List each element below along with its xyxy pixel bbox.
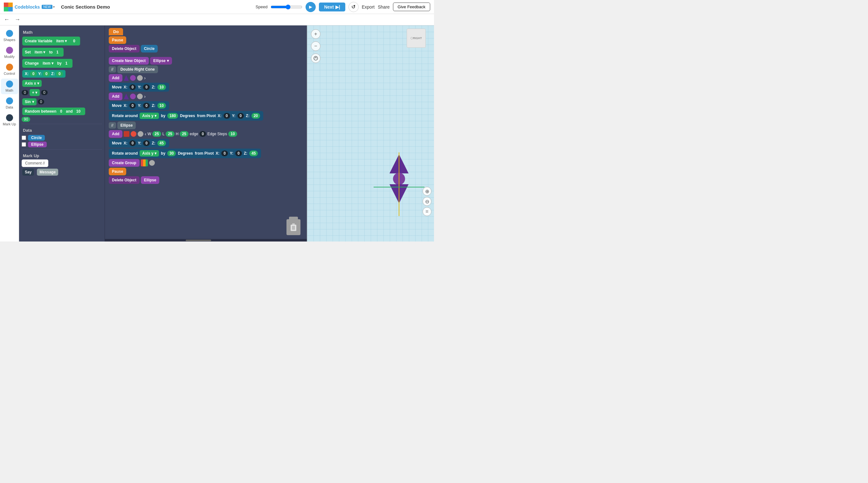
- move3-y: 0: [143, 140, 150, 146]
- ellipse-dropdown-block[interactable]: Ellipse ▾: [150, 57, 172, 64]
- set-block[interactable]: Set item ▾ to 1: [22, 48, 64, 57]
- delete-object2-block[interactable]: Delete Object: [109, 176, 140, 184]
- sin-row: Sin ▾ 0: [22, 98, 102, 106]
- ellipse-obj-block[interactable]: Ellipse: [141, 176, 160, 184]
- canvas-scrollbar[interactable]: [105, 239, 307, 242]
- create-new-object-block[interactable]: Create New Object: [109, 57, 149, 64]
- pause2-block[interactable]: Pause: [109, 168, 126, 175]
- circle-badge[interactable]: Circle: [28, 135, 45, 141]
- do-section: Do: [109, 28, 303, 35]
- feedback-button[interactable]: Give Feedback: [393, 3, 430, 11]
- item-dropdown[interactable]: item ▾: [54, 38, 70, 44]
- circle-checkbox[interactable]: [22, 136, 26, 140]
- xyz-row: X: 0 Y: 0 Z: 0: [22, 69, 102, 78]
- forward-arrow[interactable]: →: [14, 16, 20, 23]
- add3-block[interactable]: Add: [109, 130, 122, 138]
- sin-block[interactable]: Sin ▾: [22, 98, 37, 105]
- speed-label: Speed: [256, 4, 268, 9]
- delete-circle-row: Delete Object Circle: [109, 45, 303, 53]
- sidebar-item-math[interactable]: Math: [1, 79, 18, 94]
- app-dropdown-arrow[interactable]: ▾: [53, 5, 55, 8]
- play-button[interactable]: ▶: [306, 2, 316, 12]
- h-label: H: [176, 132, 179, 136]
- do-block[interactable]: Do: [109, 28, 123, 35]
- circle-obj-block[interactable]: Circle: [141, 45, 158, 53]
- create-new-row: Create New Object Ellipse ▾: [109, 57, 303, 64]
- random-block[interactable]: Random between 0 and 10: [22, 108, 85, 115]
- rotate2-block[interactable]: Rotate around Axis y ▾ by 30 Degrees fro…: [109, 149, 261, 158]
- move1-block[interactable]: Move X: 0 Y: 0 Z: 10: [109, 83, 169, 92]
- zoom-in-button[interactable]: +: [311, 29, 320, 39]
- export-button[interactable]: Export: [362, 4, 375, 9]
- next-button[interactable]: Next ▶|: [319, 3, 345, 11]
- sidebar-item-data[interactable]: Data: [1, 95, 18, 111]
- create-group-block[interactable]: Create Group: [109, 159, 140, 167]
- sidebar-item-markup[interactable]: Mark Up: [1, 112, 18, 128]
- cube-right-face[interactable]: ⬡ RIGHT: [407, 29, 426, 48]
- main-area: Shapes Modify Control Math Data Mark Up …: [0, 25, 434, 242]
- pause1-row: Pause: [109, 36, 303, 44]
- sidebar-item-modify[interactable]: Modify: [1, 45, 18, 60]
- axis-block[interactable]: Axis x ▾: [22, 80, 42, 87]
- add2-block[interactable]: Add: [109, 93, 122, 100]
- move3-block[interactable]: Move X: 0 Y: 0 Z: 45: [109, 139, 169, 148]
- project-title[interactable]: Conic Sections Demo: [61, 4, 110, 9]
- share-button[interactable]: Share: [378, 4, 390, 9]
- change-item-dropdown[interactable]: item ▾: [40, 60, 56, 66]
- edge-steps-label: Edge Steps: [207, 132, 227, 136]
- add1-block[interactable]: Add: [109, 74, 122, 82]
- create-variable-block[interactable]: Create Variable item ▾ 0: [22, 36, 80, 46]
- sidebar-label-control: Control: [4, 72, 15, 76]
- scroll-zoom-out[interactable]: ⊖: [423, 197, 431, 206]
- set-item-dropdown[interactable]: item ▾: [32, 49, 48, 55]
- scroll-fit[interactable]: =: [423, 207, 431, 216]
- operator-block[interactable]: + ▾: [30, 89, 40, 96]
- arrow-left-1: ‹: [145, 132, 146, 137]
- set-value: 1: [54, 50, 61, 55]
- arrow-right-2: ›: [144, 94, 146, 99]
- delete-object1-block[interactable]: Delete Object: [109, 45, 140, 53]
- double-right-cone-block[interactable]: Double Right Cone: [117, 65, 158, 73]
- speed-slider[interactable]: [271, 4, 302, 9]
- xyz-block[interactable]: X: 0 Y: 0 Z: 0: [22, 70, 65, 78]
- back-arrow[interactable]: ←: [4, 16, 9, 23]
- circle-data-item: Circle: [22, 135, 102, 141]
- code-canvas: Do Pause Delete Object Circle Create New…: [105, 25, 307, 242]
- sidebar-item-control[interactable]: Control: [1, 62, 18, 77]
- ellipse-badge[interactable]: Ellipse: [28, 142, 47, 147]
- red-cube-shape: [124, 131, 129, 137]
- comment-block[interactable]: Comment //: [22, 160, 48, 167]
- say-block[interactable]: Say: [22, 169, 34, 176]
- modify-icon: [6, 47, 13, 54]
- create-group-row: Create Group: [109, 159, 303, 167]
- move1-z: 10: [157, 84, 166, 90]
- zoom-out-button[interactable]: −: [311, 41, 320, 51]
- fit-view-button[interactable]: [311, 53, 320, 63]
- pause1-block[interactable]: Pause: [109, 36, 126, 44]
- add3-row: Add ‹ W 25 L 25 H 25 edge 0 Edge Steps 1…: [109, 130, 303, 138]
- ellipse-checkbox[interactable]: [22, 142, 26, 147]
- change-item-block[interactable]: Change item ▾ by 1: [22, 59, 72, 68]
- view-cube[interactable]: ⬡ RIGHT: [407, 29, 429, 51]
- axis-y-dropdown-1[interactable]: Axis y ▾: [140, 113, 159, 119]
- message-block[interactable]: Message: [37, 169, 58, 176]
- rotate1-deg: 180: [167, 113, 178, 119]
- rotate1-block[interactable]: Rotate around Axis y ▾ by 180 Degrees fr…: [109, 111, 263, 121]
- move1-x: 0: [129, 84, 136, 90]
- rotate2-row: Rotate around Axis y ▾ by 30 Degrees fro…: [109, 149, 303, 158]
- reset-button[interactable]: ↺: [348, 2, 359, 12]
- trash-button[interactable]: [286, 219, 301, 235]
- axis-y-dropdown-2[interactable]: Axis y ▾: [140, 150, 159, 157]
- move2-row: Move X: 0 Y: 0 Z: 10: [109, 101, 303, 110]
- ninety-val: 90: [22, 117, 30, 122]
- axis-row: Axis x ▾: [22, 79, 102, 87]
- math-section-header: Math: [22, 28, 102, 36]
- circle-shape-2: [130, 93, 136, 99]
- ellipse-comment-block[interactable]: Ellipse: [117, 121, 136, 129]
- rotate1-row: Rotate around Axis y ▾ by 180 Degrees fr…: [109, 111, 303, 121]
- scroll-zoom-in[interactable]: ⊕: [423, 187, 431, 196]
- z-val: 0: [56, 71, 63, 76]
- sidebar-item-shapes[interactable]: Shapes: [1, 28, 18, 44]
- move2-block[interactable]: Move X: 0 Y: 0 Z: 10: [109, 101, 169, 110]
- arrow-right-1: ›: [144, 76, 146, 81]
